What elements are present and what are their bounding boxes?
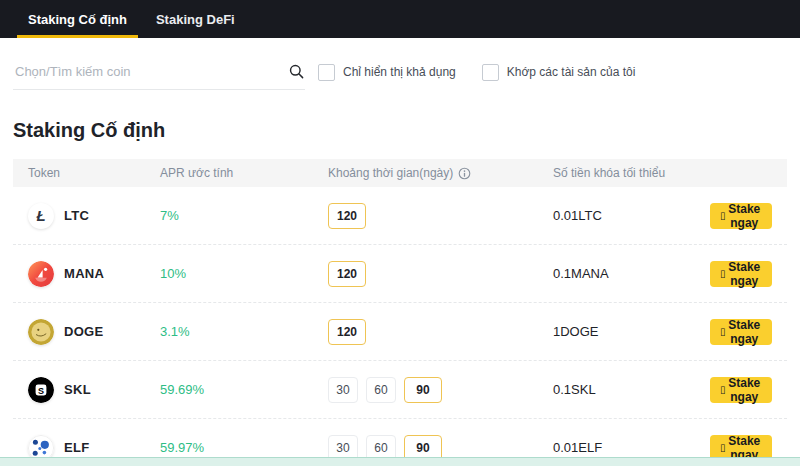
filter-match-my-assets[interactable]: Khớp các tài sản của tôi xyxy=(482,64,636,81)
apr-value: 59.69% xyxy=(160,382,328,397)
filter-available-only[interactable]: Chỉ hiển thị khả dụng xyxy=(318,64,456,81)
stake-now-button[interactable]: ▯Stake ngay xyxy=(710,261,772,287)
table-row: SSKL59.69%3060900.1SKL▯Stake ngay xyxy=(13,361,787,419)
header-duration-label: Khoảng thời gian(ngày) xyxy=(328,166,453,180)
token-symbol: DOGE xyxy=(64,324,103,339)
duration-options: 120 xyxy=(328,319,553,345)
tab-staking-fixed[interactable]: Staking Cố định xyxy=(17,0,138,38)
duration-option-120[interactable]: 120 xyxy=(328,203,366,229)
header-min-amount: Số tiền khóa tối thiểu xyxy=(553,166,710,180)
missing-glyph-box: ▯ xyxy=(720,210,726,221)
stake-now-button[interactable]: ▯Stake ngay xyxy=(710,377,772,403)
missing-glyph-box: ▯ xyxy=(720,442,726,453)
missing-glyph-box: ▯ xyxy=(720,326,726,337)
duration-option-90[interactable]: 90 xyxy=(404,377,442,403)
checkbox-label: Chỉ hiển thị khả dụng xyxy=(343,65,456,79)
staking-page: Staking Cố định Staking DeFi Chỉ hiển th… xyxy=(0,0,800,466)
ltc-icon: Ł xyxy=(28,203,54,229)
tab-staking-defi[interactable]: Staking DeFi xyxy=(145,0,246,38)
coin-search-box[interactable] xyxy=(13,55,305,90)
stake-button-label: Stake ngay xyxy=(727,202,762,230)
missing-glyph-box: ▯ xyxy=(720,384,726,395)
stake-button-label: Stake ngay xyxy=(727,376,762,404)
token-symbol: SKL xyxy=(64,382,91,397)
info-icon[interactable] xyxy=(458,167,471,180)
table-row: MANA10%1200.1MANA▯Stake ngay xyxy=(13,245,787,303)
token-symbol: ELF xyxy=(64,440,89,455)
duration-options: 306090 xyxy=(328,377,553,403)
checkbox-available-only[interactable] xyxy=(318,64,335,81)
apr-value: 7% xyxy=(160,208,328,223)
skl-icon: S xyxy=(28,377,54,403)
duration-option-120[interactable]: 120 xyxy=(328,319,366,345)
apr-value: 10% xyxy=(160,266,328,281)
duration-option-120[interactable]: 120 xyxy=(328,261,366,287)
search-icon[interactable] xyxy=(288,63,305,80)
duration-option-30[interactable]: 30 xyxy=(328,377,358,403)
doge-icon xyxy=(28,319,54,345)
stake-button-label: Stake ngay xyxy=(727,318,762,346)
table-row: ŁLTC7%1200.01LTC▯Stake ngay xyxy=(13,187,787,245)
footer-banner-edge xyxy=(0,457,800,466)
min-amount: 0.1SKL xyxy=(553,382,710,397)
page-title: Staking Cố định xyxy=(13,119,787,142)
mana-icon xyxy=(28,261,54,287)
token-symbol: MANA xyxy=(64,266,104,281)
apr-value: 59.97% xyxy=(160,440,328,455)
missing-glyph-box: ▯ xyxy=(720,268,726,279)
min-amount: 0.01ELF xyxy=(553,440,710,455)
apr-value: 3.1% xyxy=(160,324,328,339)
stake-now-button[interactable]: ▯Stake ngay xyxy=(710,203,772,229)
svg-text:S: S xyxy=(38,385,44,395)
search-input[interactable] xyxy=(13,63,282,80)
duration-options: 120 xyxy=(328,203,553,229)
min-amount: 1DOGE xyxy=(553,324,710,339)
duration-options: 120 xyxy=(328,261,553,287)
checkbox-match-my-assets[interactable] xyxy=(482,64,499,81)
header-token: Token xyxy=(28,166,160,180)
filter-row: Chỉ hiển thị khả dụng Khớp các tài sản c… xyxy=(13,55,787,89)
token-symbol: LTC xyxy=(64,208,89,223)
header-duration: Khoảng thời gian(ngày) xyxy=(328,166,553,180)
staking-table: Token APR ước tính Khoảng thời gian(ngày… xyxy=(13,159,787,466)
checkbox-label: Khớp các tài sản của tôi xyxy=(507,65,636,79)
table-header: Token APR ước tính Khoảng thời gian(ngày… xyxy=(13,159,787,187)
min-amount: 0.01LTC xyxy=(553,208,710,223)
stake-now-button[interactable]: ▯Stake ngay xyxy=(710,319,772,345)
header-apr: APR ước tính xyxy=(160,166,328,180)
table-body: ŁLTC7%1200.01LTC▯Stake ngayMANA10%1200.1… xyxy=(13,187,787,466)
top-tab-bar: Staking Cố định Staking DeFi xyxy=(0,0,800,38)
table-row: DOGE3.1%1201DOGE▯Stake ngay xyxy=(13,303,787,361)
min-amount: 0.1MANA xyxy=(553,266,710,281)
stake-button-label: Stake ngay xyxy=(727,260,762,288)
duration-option-60[interactable]: 60 xyxy=(366,377,396,403)
